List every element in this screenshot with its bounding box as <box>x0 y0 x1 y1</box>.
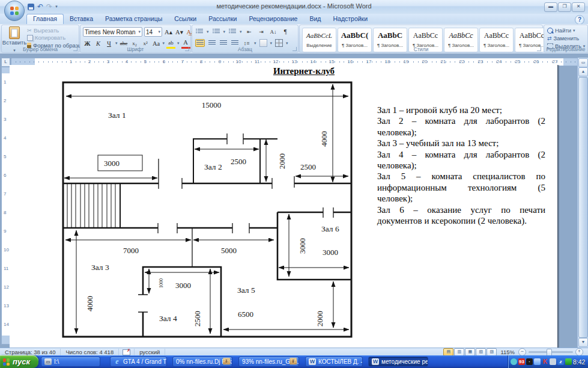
sort-icon[interactable]: А↓ <box>269 27 278 36</box>
vertical-scrollbar[interactable]: ▭ ▲ ▼ <box>577 58 588 348</box>
save-icon[interactable] <box>28 4 34 10</box>
font-size-combo[interactable]: 14▾ <box>144 27 162 37</box>
align-right-icon[interactable] <box>219 40 228 46</box>
cut-button[interactable]: ✂Вырезать <box>27 27 84 34</box>
download-icon: ⇓ <box>223 358 231 365</box>
tab-selector[interactable]: L <box>1 58 10 67</box>
hall5-label: Зал 5 <box>237 286 255 295</box>
dim-hall5-width: 6500 <box>238 310 253 319</box>
bullets-icon[interactable] <box>195 28 204 35</box>
office-logo-icon <box>10 7 19 15</box>
copy-button[interactable]: Копировать <box>27 34 84 41</box>
word-icon: W <box>309 358 316 365</box>
dim-hall2-height: 2000 <box>277 153 286 169</box>
justify-icon[interactable] <box>231 40 239 46</box>
help-icon[interactable]: ? <box>575 15 584 25</box>
hall3-label: Зал 3 <box>91 263 109 272</box>
tray-network-icon[interactable]: z <box>557 358 564 365</box>
tray-player-icon[interactable]: · <box>526 358 533 365</box>
restore-button[interactable]: ❐ <box>558 2 571 12</box>
tray-volume-icon[interactable] <box>550 358 556 365</box>
tab-page-layout[interactable]: Разметка страницы <box>99 14 168 24</box>
tray-antivirus-icon[interactable]: K <box>542 358 548 365</box>
zoom-level[interactable]: 115% <box>497 349 518 355</box>
taskbar-item-download1[interactable]: ⇓ 0% nn-files.ru.Dj Pitk... <box>172 357 232 367</box>
taskbar-item-drive[interactable]: ▭ I:\ <box>41 357 100 367</box>
start-button[interactable]: пуск <box>0 355 38 368</box>
font-family-combo[interactable]: Times New Roman▾ <box>83 27 142 37</box>
find-icon <box>547 28 553 34</box>
tab-mailings[interactable]: Рассылки <box>202 14 243 24</box>
word-window: методические рекомендации.docx - Microso… <box>0 0 588 368</box>
zoom-track[interactable] <box>529 351 573 353</box>
paragraph-dialog-launcher-icon[interactable] <box>292 47 297 51</box>
plan-hall4-walls <box>143 267 221 337</box>
minimize-button[interactable]: ▬ <box>544 2 557 12</box>
quick-access-toolbar: ↶ ↷ ▾ <box>28 2 58 11</box>
grow-font-icon[interactable]: A▴ <box>164 28 173 37</box>
ribbon: Вставить ▾ ✂Вырезать Копировать Формат п… <box>0 24 588 54</box>
status-bar: Страница: 38 из 40 Число слов: 4 418 рус… <box>0 348 588 356</box>
tab-home[interactable]: Главная <box>26 14 64 25</box>
scissors-icon: ✂ <box>27 27 32 34</box>
title-bar: методические рекомендации.docx - Microso… <box>0 0 588 14</box>
page-indicator[interactable]: Страница: 38 из 40 <box>0 349 61 355</box>
tray-update-icon[interactable] <box>534 358 541 365</box>
proofing-icon[interactable] <box>123 349 130 355</box>
decrease-indent-icon[interactable]: ⇤ <box>245 27 254 36</box>
redo-icon[interactable]: ↷ <box>46 2 52 11</box>
undo-icon[interactable]: ↶ <box>37 2 43 11</box>
document-page[interactable]: Интернет-клуб <box>10 65 558 348</box>
hall4-label: Зал 4 <box>159 314 177 323</box>
tab-addins[interactable]: Надстройки <box>327 14 374 24</box>
plan-stairs-hatch <box>67 184 115 227</box>
font-size-value: 14 <box>146 29 153 35</box>
clipboard-dialog-launcher-icon[interactable] <box>73 47 77 51</box>
multilevel-list-icon[interactable] <box>228 28 237 35</box>
tray-messenger-icon[interactable] <box>511 358 517 365</box>
replace-button[interactable]: ⇄Заменить <box>547 35 585 41</box>
taskbar-item-download2[interactable]: ⇓ 93% nn-files.ru_GTA... <box>238 357 299 367</box>
floor-plan: 15000 Зал 1 4000 3000 Зал 2 2500 2000 25… <box>60 79 354 341</box>
document-area: L 12345678910111213141516171819202122232… <box>0 54 588 348</box>
window-title: методические рекомендации.docx - Microso… <box>150 2 438 10</box>
dim-top-right: 4000 <box>320 131 329 147</box>
clipboard-icon <box>9 26 20 39</box>
show-marks-icon[interactable]: ¶ <box>281 27 290 36</box>
font-group-label: Шрифт <box>80 46 190 52</box>
plan-hall6-walls <box>277 212 351 280</box>
scroll-down-icon[interactable]: ▼ <box>578 338 588 347</box>
word-count[interactable]: Число слов: 4 418 <box>61 349 119 355</box>
numbering-icon[interactable] <box>212 28 220 35</box>
scroll-up-icon[interactable]: ▲ <box>578 67 588 76</box>
vertical-ruler[interactable]: 1234567891011121314 <box>1 67 10 345</box>
tray-badge-icon[interactable]: 93 <box>518 358 525 365</box>
taskbar-item-word-doc1[interactable]: W КОСТЫЛЕВ Д. - КМО... <box>305 357 363 367</box>
drive-icon: ▭ <box>44 358 52 365</box>
tray-monitor-icon[interactable] <box>565 358 572 365</box>
tab-view[interactable]: Вид <box>303 14 327 24</box>
scrollbar-thumb[interactable] <box>578 77 588 338</box>
close-button[interactable]: ✕ <box>572 2 585 12</box>
tab-insert[interactable]: Вставка <box>64 14 99 24</box>
group-editing: Найти ▾ ⇄Заменить Выделить ▾ Редактирова… <box>544 25 588 53</box>
taskbar-item-browser[interactable]: e GTA 4 / Grand Theft ... <box>110 357 167 367</box>
taskbar-item-word-doc2[interactable]: W методические реко... <box>368 357 428 367</box>
language-indicator[interactable]: русский <box>134 349 165 355</box>
hall1-label: Зал 1 <box>108 111 126 120</box>
styles-dialog-launcher-icon[interactable] <box>537 47 541 51</box>
increase-indent-icon[interactable]: ⇥ <box>257 27 266 36</box>
dim-total-width: 15000 <box>202 100 222 109</box>
qat-more-icon[interactable]: ▾ <box>55 4 58 9</box>
tab-references[interactable]: Ссылки <box>168 14 202 24</box>
ruler-toggle-icon[interactable]: ▭ <box>578 58 588 67</box>
group-styles: AaBbCcLВыделение AaBbC(¶ Заголов... AaBb… <box>299 25 543 53</box>
legend-item: Зал 6 – оказание услуг по печати докумен… <box>377 204 545 227</box>
office-button[interactable] <box>4 1 25 21</box>
group-clipboard: Вставить ▾ ✂Вырезать Копировать Формат п… <box>1 25 79 53</box>
shrink-font-icon[interactable]: A▾ <box>175 28 184 37</box>
align-center-icon[interactable] <box>208 40 216 46</box>
font-dialog-launcher-icon[interactable] <box>185 47 189 51</box>
tab-review[interactable]: Рецензирование <box>243 14 303 24</box>
find-button[interactable]: Найти ▾ <box>547 27 585 34</box>
